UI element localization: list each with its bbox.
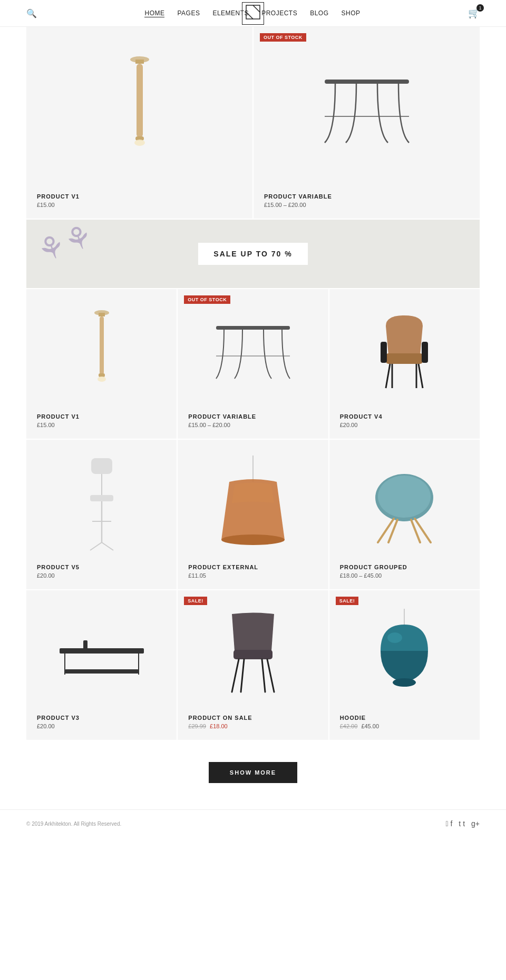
product-image-external [188, 450, 317, 556]
svg-rect-17 [216, 326, 290, 330]
out-of-stock-badge: OUT OF STOCK [260, 33, 306, 42]
footer-social:  f t t g+ [445, 819, 480, 828]
product-grid-row2: PRODUCT V5 £20.00 PRODUCT EXTERNAL £11.0… [26, 440, 480, 589]
svg-point-55 [393, 678, 416, 687]
product-image-grouped [340, 450, 469, 556]
product-image-v5 [37, 450, 166, 556]
svg-point-16 [98, 377, 106, 382]
svg-line-49 [232, 659, 239, 692]
svg-rect-21 [386, 353, 423, 364]
product-name: PRODUCT VARIABLE [264, 193, 332, 200]
product-card-v3[interactable]: PRODUCT V3 £20.00 [26, 590, 177, 740]
cart-badge: 1 [476, 4, 484, 12]
svg-line-32 [90, 542, 102, 550]
svg-rect-0 [246, 5, 260, 19]
product-name: PRODUCT V1 [37, 193, 80, 200]
product-image-v1 [37, 300, 166, 405]
svg-rect-48 [233, 650, 273, 659]
product-card-v1-top[interactable]: PRODUCT V1 £15.00 [26, 27, 252, 219]
svg-line-24 [386, 364, 390, 388]
nav-shop[interactable]: SHOP [342, 9, 361, 17]
header: 🔍 HOME PAGES ELEMENTS PROJECTS BLOG SHOP… [0, 0, 506, 27]
product-name: PRODUCT GROUPED [340, 564, 407, 570]
price-original: £42.00 [340, 723, 358, 729]
product-card-v4[interactable]: PRODUCT V4 £20.00 [329, 289, 480, 439]
googleplus-icon[interactable]: g+ [471, 819, 480, 828]
product-name: PRODUCT V1 [37, 413, 80, 420]
product-image-hoodie [340, 601, 469, 706]
lavender-decoration: ⚘⚘ [32, 220, 98, 270]
nav-projects[interactable]: PROJECTS [261, 9, 297, 17]
product-card-v5[interactable]: PRODUCT V5 £20.00 [26, 440, 177, 589]
nav-home[interactable]: HOME [144, 9, 164, 17]
top-products-row: PRODUCT V1 £15.00 OUT OF STOCK [26, 27, 480, 219]
price-current: £45.00 [361, 723, 379, 729]
product-price: £18.00 – £45.00 [340, 572, 382, 579]
svg-rect-5 [137, 64, 143, 137]
product-card-external[interactable]: PRODUCT EXTERNAL £11.05 [178, 440, 328, 589]
sale-badge: SALE! [336, 597, 359, 605]
main-content: PRODUCT V1 £15.00 OUT OF STOCK [0, 27, 506, 809]
svg-line-33 [102, 542, 113, 550]
product-image-v4 [340, 300, 469, 405]
svg-line-1 [253, 5, 260, 12]
price-sale: £18.00 [210, 723, 228, 729]
cart-icon[interactable]: 🛒 1 [468, 7, 480, 19]
product-price: £15.00 [37, 422, 55, 428]
svg-rect-23 [422, 342, 428, 363]
product-price: £15.00 – £20.00 [188, 422, 230, 428]
svg-rect-15 [99, 373, 105, 377]
product-card-hoodie[interactable]: SALE! HOODIE £42.00 £45.00 [329, 590, 480, 740]
svg-rect-4 [135, 60, 144, 64]
svg-line-52 [262, 659, 265, 692]
svg-line-25 [419, 364, 423, 388]
sale-banner[interactable]: ⚘⚘ SALE UP TO 70 % [26, 220, 480, 288]
product-card-variable-top[interactable]: OUT OF STOCK PRODUCT VARIABLE £15.00 [254, 27, 480, 219]
facebook-icon[interactable]:  f [445, 819, 452, 828]
svg-rect-43 [60, 648, 144, 654]
product-name: HOODIE [340, 715, 366, 721]
product-price: £20.00 [340, 422, 358, 428]
product-image-v3 [37, 601, 166, 706]
svg-rect-47 [83, 640, 87, 650]
twitter-icon[interactable]: t t [459, 819, 465, 828]
product-price: £11.05 [188, 572, 206, 579]
product-image-v1-top [37, 37, 242, 185]
product-name: PRODUCT V4 [340, 413, 383, 420]
product-image-variable-top [264, 37, 469, 185]
svg-rect-13 [99, 313, 105, 316]
out-of-stock-badge: OUT OF STOCK [184, 295, 230, 304]
product-card-on-sale[interactable]: SALE! PRODUCT ON SALE £29.99 £18.00 [178, 590, 328, 740]
svg-rect-44 [65, 669, 139, 674]
product-name: PRODUCT V5 [37, 564, 80, 570]
product-price: £15.00 [37, 202, 55, 208]
svg-line-2 [246, 12, 253, 19]
product-image-on-sale [188, 601, 317, 706]
svg-point-36 [221, 534, 285, 545]
svg-line-40 [415, 519, 431, 542]
search-icon[interactable]: 🔍 [26, 8, 37, 18]
product-card-v1[interactable]: PRODUCT V1 £15.00 [26, 289, 177, 439]
product-name: PRODUCT VARIABLE [188, 413, 256, 420]
show-more-section: SHOW MORE [26, 741, 480, 809]
product-price: £42.00 £45.00 [340, 723, 379, 729]
show-more-button[interactable]: SHOW MORE [209, 762, 297, 783]
svg-rect-8 [325, 80, 409, 84]
product-price: £15.00 – £20.00 [264, 202, 306, 208]
product-name: PRODUCT V3 [37, 715, 80, 721]
product-card-variable[interactable]: OUT OF STOCK PRODUCT VARIABLE £15.00 – £… [178, 289, 328, 439]
footer-copyright: © 2019 Arkhitekton. All Rights Reserved. [26, 821, 121, 827]
svg-rect-14 [100, 316, 104, 374]
main-nav: HOME PAGES ELEMENTS PROJECTS BLOG SHOP [144, 9, 360, 17]
product-name: PRODUCT ON SALE [188, 715, 252, 721]
nav-pages[interactable]: PAGES [177, 9, 200, 17]
svg-line-39 [378, 519, 394, 542]
product-card-grouped[interactable]: PRODUCT GROUPED £18.00 – £45.00 [329, 440, 480, 589]
product-grid-row1: PRODUCT V1 £15.00 OUT OF STOCK PRODUCT V… [26, 289, 480, 439]
svg-rect-22 [381, 342, 387, 363]
nav-blog[interactable]: BLOG [310, 9, 328, 17]
svg-rect-29 [90, 495, 113, 501]
product-image-variable [188, 300, 317, 405]
product-price: £29.99 £18.00 [188, 723, 227, 729]
product-price: £20.00 [37, 572, 55, 579]
